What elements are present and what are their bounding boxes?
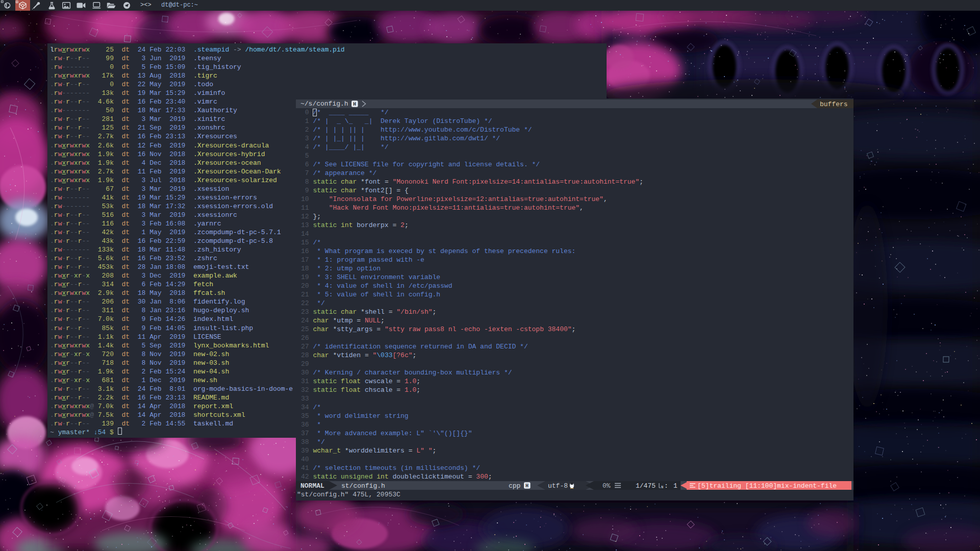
svg-text:utf-8: utf-8 [548,482,568,490]
svg-text:buffers: buffers [820,101,848,108]
svg-text::: : [664,482,668,490]
svg-text:0%: 0% [602,482,611,490]
svg-text:1/475: 1/475 [636,482,656,490]
svg-text:st/config.h: st/config.h [341,482,385,490]
svg-text:H: H [353,102,356,107]
svg-text:H: H [525,483,529,489]
svg-text:1: 1 [673,482,677,490]
svg-text:NORMAL: NORMAL [300,482,324,490]
svg-text:cpp: cpp [509,482,520,490]
svg-text:[5]trailing [11:100]mix-indent: [5]trailing [11:100]mix-indent-file [697,482,837,490]
svg-text:N: N [661,485,663,489]
